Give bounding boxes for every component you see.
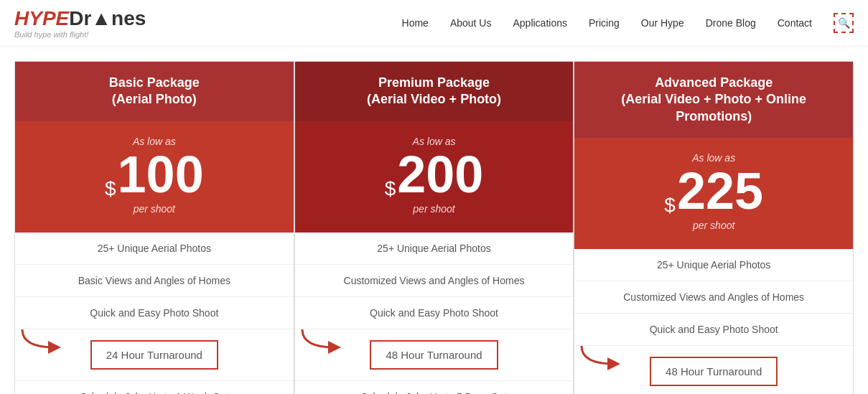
premium-feature-3: Quick and Easy Photo Shoot — [295, 297, 574, 329]
basic-dollar: $ — [105, 177, 116, 200]
nav-links: Home About Us Applications Pricing Our H… — [402, 13, 854, 33]
logo-text: HYPEDr▲nes — [14, 7, 146, 30]
basic-per-shoot: per shoot — [22, 203, 286, 215]
premium-turnaround-wrapper: 48 Hour Turnaround — [295, 329, 574, 381]
premium-feature-1: 25+ Unique Aerial Photos — [295, 233, 574, 265]
premium-features: 25+ Unique Aerial Photos Customized View… — [295, 233, 574, 394]
premium-header: Premium Package (Aerial Video + Photo) — [295, 62, 574, 121]
advanced-turnaround: 48 Hour Turnaround — [650, 357, 778, 386]
nav-home[interactable]: Home — [402, 17, 429, 29]
premium-price-area: As low as $ 200 per shoot — [295, 121, 574, 233]
basic-price-area: As low as $ 100 per shoot — [15, 121, 294, 233]
advanced-card: Advanced Package (Aerial Video + Photo +… — [574, 61, 854, 394]
search-icon: 🔍 — [838, 17, 850, 29]
nav-pricing[interactable]: Pricing — [589, 17, 620, 29]
nav-drone-blog[interactable]: Drone Blog — [706, 17, 756, 29]
basic-arrow-icon — [19, 326, 65, 355]
basic-feature-1: 25+ Unique Aerial Photos — [15, 233, 294, 265]
premium-feature-4: Schedule Jobs Up to 5 Days Out — [295, 381, 574, 394]
advanced-dollar: $ — [664, 194, 676, 217]
advanced-price-row: $ 225 — [582, 165, 846, 217]
advanced-feature-1: 25+ Unique Aerial Photos — [574, 249, 853, 281]
basic-price: 100 — [118, 149, 204, 200]
nav-our-hype[interactable]: Our Hype — [641, 17, 684, 29]
advanced-feature-2: Customized Views and Angles of Homes — [574, 281, 853, 314]
nav-applications[interactable]: Applications — [513, 17, 567, 29]
advanced-header: Advanced Package (Aerial Video + Photo +… — [574, 62, 853, 138]
basic-feature-3: Quick and Easy Photo Shoot — [15, 297, 294, 329]
basic-card: Basic Package (Aerial Photo) As low as $… — [14, 61, 294, 394]
premium-dollar: $ — [385, 177, 396, 200]
navbar: HYPEDr▲nes Build hype with flight! Home … — [0, 0, 868, 47]
logo-tagline: Build hype with flight! — [14, 30, 146, 39]
pricing-section: Basic Package (Aerial Photo) As low as $… — [0, 47, 868, 394]
advanced-arrow-icon — [578, 342, 625, 371]
logo-hype: HYPE — [14, 7, 69, 29]
basic-price-row: $ 100 — [22, 149, 286, 200]
basic-feature-4: Schedule Jobs Up to 1 Week Out — [15, 381, 294, 394]
premium-per-shoot: per shoot — [302, 203, 566, 215]
nav-about[interactable]: About Us — [450, 17, 492, 29]
premium-feature-2: Customized Views and Angles of Homes — [295, 265, 574, 297]
search-button[interactable]: 🔍 — [834, 13, 854, 33]
basic-header: Basic Package (Aerial Photo) — [15, 62, 294, 121]
basic-feature-2: Basic Views and Angles of Homes — [15, 265, 294, 297]
premium-package-name: Premium Package (Aerial Video + Photo) — [302, 75, 566, 108]
premium-price-row: $ 200 — [302, 149, 566, 200]
advanced-price: 225 — [677, 165, 763, 217]
premium-arrow-icon — [299, 326, 345, 355]
logo: HYPEDr▲nes Build hype with flight! — [14, 7, 146, 39]
advanced-per-shoot: per shoot — [582, 220, 846, 231]
advanced-turnaround-wrapper: 48 Hour Turnaround — [574, 346, 853, 394]
advanced-package-name: Advanced Package (Aerial Video + Photo +… — [582, 75, 846, 125]
nav-contact[interactable]: Contact — [778, 17, 812, 29]
basic-turnaround-wrapper: 24 Hour Turnaround — [15, 329, 294, 381]
premium-price: 200 — [397, 149, 483, 200]
premium-card: Premium Package (Aerial Video + Photo) A… — [294, 61, 574, 394]
advanced-features: 25+ Unique Aerial Photos Customized View… — [574, 249, 853, 394]
advanced-price-area: As low as $ 225 per shoot — [574, 138, 853, 249]
basic-turnaround: 24 Hour Turnaround — [90, 340, 218, 370]
basic-package-name: Basic Package (Aerial Photo) — [22, 75, 286, 108]
advanced-feature-3: Quick and Easy Photo Shoot — [574, 314, 853, 346]
premium-turnaround: 48 Hour Turnaround — [370, 340, 498, 370]
basic-features: 25+ Unique Aerial Photos Basic Views and… — [15, 233, 294, 394]
logo-drones: Dr▲nes — [69, 7, 146, 29]
